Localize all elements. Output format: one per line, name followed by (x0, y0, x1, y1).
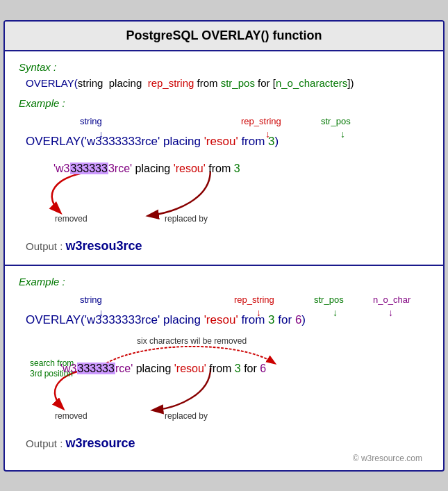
overlay-call-1: OVERLAY('w3333333rce' placing 'resou' fr… (19, 133, 429, 151)
output1-line: Output :w3resou3rce (19, 239, 429, 253)
example2-label: Example : (19, 276, 429, 288)
rep-string-label: rep_string (241, 116, 281, 126)
str-pos-arrow: ↓ (340, 128, 345, 140)
string-arrow2: ↓ (99, 307, 103, 318)
example1-labels-row: string rep_string str_pos ↓ ↓ ↓ (19, 113, 429, 133)
removed-label-2: removed (55, 411, 88, 421)
replaced-label-1: replaced by (165, 214, 208, 224)
str-pos-label2: str_pos (314, 294, 344, 305)
overlay-call-2: OVERLAY('w3333333rce' placing 'resou' fr… (19, 311, 429, 329)
section2: Example : string rep_string str_pos n_o_… (5, 266, 443, 470)
n-o-char-label: n_o_char (373, 294, 410, 305)
page-title: PostgreSQL OVERLAY() function (5, 22, 443, 51)
rep-string-arrow: ↓ (265, 128, 270, 140)
string-label: string (80, 116, 102, 126)
str-pos-label: str_pos (321, 116, 351, 126)
replaced-label-2: replaced by (165, 411, 208, 421)
n-o-char-arrow2: ↓ (388, 307, 393, 318)
diagram2-text: 'w3333333rce' placing 'resou' from 3 for… (60, 363, 266, 375)
removed-label-1: removed (55, 214, 88, 224)
section1: Syntax : OVERLAY(string placing rep_stri… (5, 51, 443, 267)
example2-labels-row: string rep_string str_pos n_o_char ↓ ↓ ↓… (19, 292, 429, 311)
diagram1: 'w33333333rce' placing 'resou' from 3 re… (26, 157, 422, 233)
six-chars-label: six characters wil be removed (137, 336, 247, 346)
diagram1-text: 'w33333333rce' placing 'resou' from 3 (53, 163, 240, 175)
string-arrow: ↓ (99, 128, 103, 140)
string-label2: string (80, 294, 102, 305)
main-card: PostgreSQL OVERLAY() function Syntax : O… (3, 20, 445, 472)
output2-line: Output :w3resource (19, 436, 429, 451)
syntax-line: OVERLAY(string placing rep_string from s… (19, 77, 429, 89)
diagram2: six characters wil be removed search fro… (26, 336, 422, 426)
example1-label: Example : (19, 97, 429, 109)
watermark: © w3resource.com (19, 451, 429, 463)
rep-string-arrow2: ↓ (256, 307, 261, 318)
str-pos-arrow2: ↓ (333, 307, 338, 318)
syntax-label: Syntax : (19, 61, 429, 73)
rep-string-label2: rep_string (234, 294, 274, 305)
